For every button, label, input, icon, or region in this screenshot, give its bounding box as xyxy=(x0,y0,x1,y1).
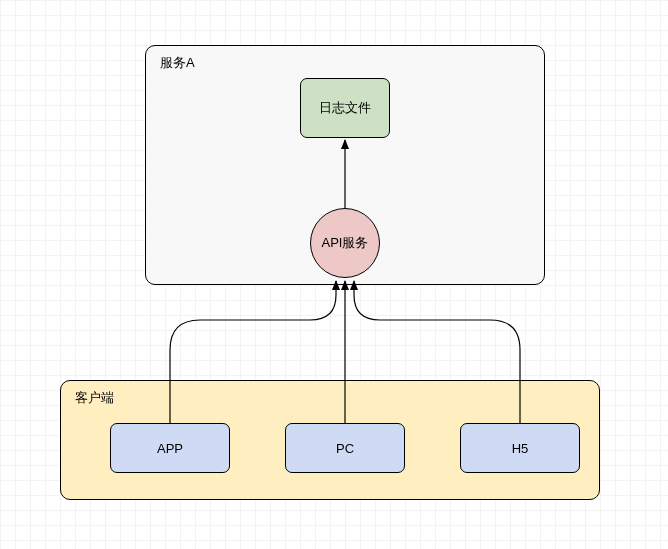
diagram-canvas: 服务A 日志文件 API服务 客户端 APP PC H5 xyxy=(0,0,668,549)
clients-title: 客户端 xyxy=(75,389,114,407)
client-pc-label: PC xyxy=(336,441,354,456)
service-a-title: 服务A xyxy=(160,54,195,72)
client-h5-node: H5 xyxy=(460,423,580,473)
api-service-label: API服务 xyxy=(322,234,369,252)
client-pc-node: PC xyxy=(285,423,405,473)
client-app-node: APP xyxy=(110,423,230,473)
client-h5-label: H5 xyxy=(512,441,529,456)
log-file-node: 日志文件 xyxy=(300,78,390,138)
log-file-label: 日志文件 xyxy=(319,99,371,117)
client-app-label: APP xyxy=(157,441,183,456)
api-service-node: API服务 xyxy=(310,208,380,278)
